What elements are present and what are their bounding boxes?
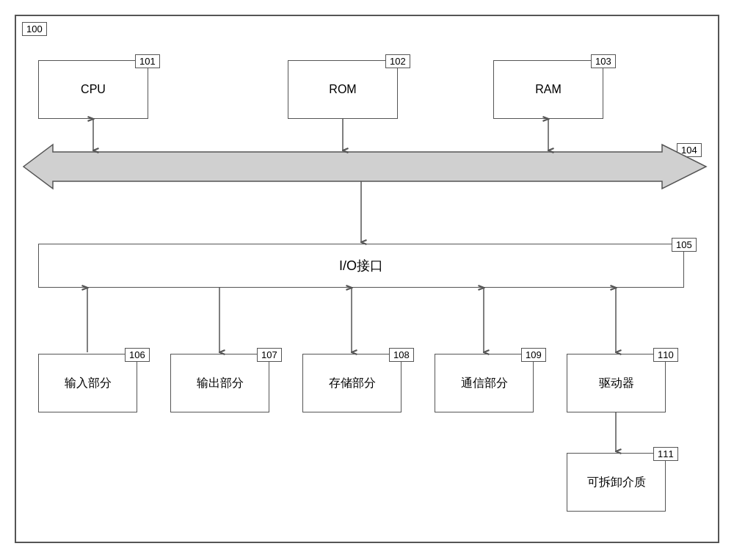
comm-box: 通信部分: [435, 354, 534, 412]
label-104: 104: [677, 143, 702, 157]
label-105: 105: [672, 238, 697, 252]
cpu-box: CPU: [38, 60, 148, 119]
label-108: 108: [389, 348, 414, 362]
label-103: 103: [591, 54, 616, 68]
label-100: 100: [22, 22, 47, 36]
label-111: 111: [653, 447, 678, 461]
storage-box: 存储部分: [302, 354, 401, 412]
media-box: 可拆卸介质: [567, 453, 666, 512]
input-box: 输入部分: [38, 354, 137, 412]
label-109: 109: [521, 348, 546, 362]
io-box: I/O接口: [38, 244, 684, 288]
label-110: 110: [653, 348, 678, 362]
output-box: 输出部分: [170, 354, 269, 412]
svg-marker-0: [23, 145, 706, 189]
label-102: 102: [385, 54, 410, 68]
label-101: 101: [135, 54, 160, 68]
label-106: 106: [125, 348, 150, 362]
label-107: 107: [257, 348, 282, 362]
diagram-container: 100 CPU 101 ROM 102 RAM 103 104 I/O接口 10…: [15, 15, 719, 543]
ram-box: RAM: [493, 60, 603, 119]
driver-box: 驱动器: [567, 354, 666, 412]
rom-box: ROM: [288, 60, 398, 119]
